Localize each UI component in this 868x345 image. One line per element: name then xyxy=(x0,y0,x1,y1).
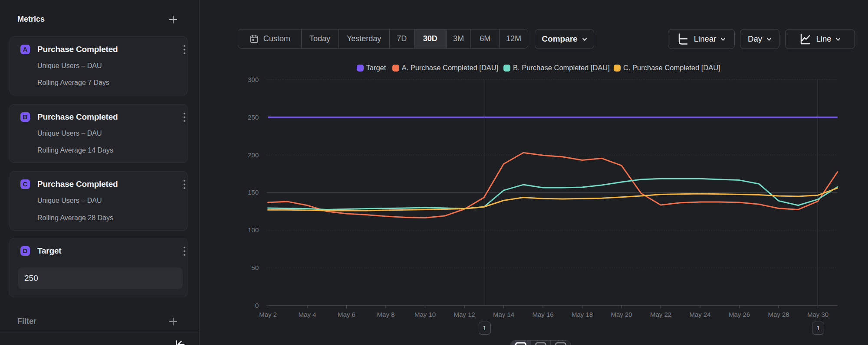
svg-text:50: 50 xyxy=(251,264,259,271)
svg-text:200: 200 xyxy=(248,151,259,159)
svg-text:May 28: May 28 xyxy=(768,311,789,318)
svg-text:May 6: May 6 xyxy=(338,311,355,318)
svg-text:May 16: May 16 xyxy=(532,311,553,318)
svg-text:May 26: May 26 xyxy=(729,311,750,318)
svg-text:May 12: May 12 xyxy=(454,311,475,318)
svg-text:May 14: May 14 xyxy=(493,311,514,318)
svg-text:300: 300 xyxy=(248,76,259,83)
svg-text:250: 250 xyxy=(248,114,259,121)
svg-text:May 20: May 20 xyxy=(611,311,632,318)
svg-text:100: 100 xyxy=(248,226,259,234)
svg-text:May 30: May 30 xyxy=(807,311,829,318)
svg-text:May 22: May 22 xyxy=(650,311,671,318)
svg-text:150: 150 xyxy=(248,189,259,196)
svg-text:May 18: May 18 xyxy=(572,311,593,318)
svg-text:May 24: May 24 xyxy=(689,311,710,318)
svg-text:May 8: May 8 xyxy=(377,311,395,318)
svg-text:May 10: May 10 xyxy=(414,311,436,318)
svg-text:May 2: May 2 xyxy=(259,311,277,318)
svg-text:May 4: May 4 xyxy=(299,311,316,318)
svg-text:0: 0 xyxy=(255,302,259,309)
